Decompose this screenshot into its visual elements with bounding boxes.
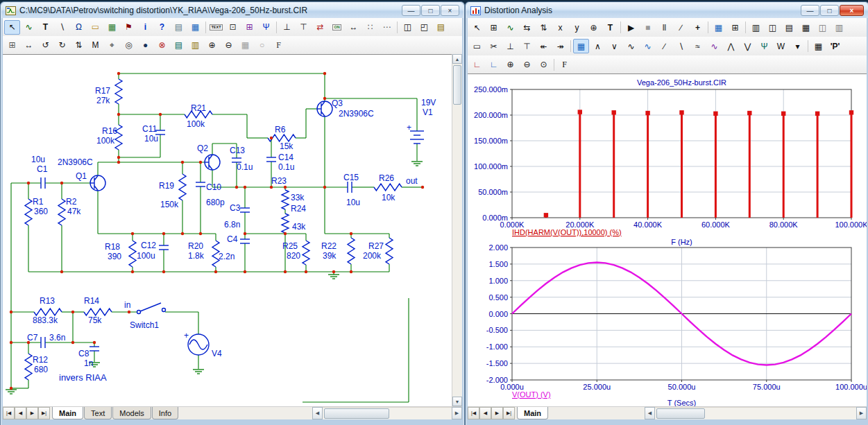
close-button[interactable]: × <box>441 5 459 16</box>
select-band-button[interactable]: ▦ <box>573 39 589 53</box>
tag-x-value-button[interactable]: x <box>552 20 568 35</box>
error-marker-button[interactable]: ⊗ <box>154 38 170 53</box>
resistor-symbol[interactable] <box>303 241 309 265</box>
schematic-canvas[interactable]: R1727kR16100kC1110uR21100kQ32N3906C19VV1… <box>3 54 453 407</box>
select-mode-button[interactable]: ↖ <box>4 20 20 35</box>
info-mode-button[interactable]: i <box>137 20 153 35</box>
scroll-right-button[interactable]: ▶ <box>856 407 867 419</box>
capacitor-symbol[interactable] <box>159 245 169 250</box>
battery-symbol[interactable] <box>410 131 424 144</box>
prev-page-button[interactable]: ◀ <box>15 407 26 419</box>
hscroll-track[interactable] <box>655 407 856 419</box>
scroll-right-button[interactable]: ▶ <box>452 407 462 419</box>
go-last-point-button[interactable]: ↠ <box>552 39 568 53</box>
swap-view-button[interactable]: ⇄ <box>312 20 328 35</box>
rotate-cw-button[interactable]: ↻ <box>54 38 70 53</box>
schematic-titlebar[interactable]: C:\MC9\DATA\Petrov\switching distortion\… <box>1 3 463 18</box>
resistor-symbol[interactable] <box>348 238 355 264</box>
tab-info[interactable]: Info <box>152 407 178 419</box>
slope-up-button[interactable]: ∕ <box>656 39 672 53</box>
data-points-toggle-button[interactable]: ▦ <box>710 20 726 35</box>
mirror-horizontal-button[interactable]: M <box>87 38 103 53</box>
vscroll-track[interactable] <box>452 64 462 397</box>
close-button[interactable]: × <box>840 5 864 16</box>
analysis-chart-panel[interactable]: 0.000K20.000K40.000K60.000K80.000K100.00… <box>468 73 867 407</box>
tab-main[interactable]: Main <box>52 407 83 419</box>
slope-tool-button[interactable]: ∕ <box>673 20 689 35</box>
minimize-button[interactable]: — <box>801 5 819 16</box>
scroll-left-button[interactable]: ◀ <box>645 407 655 419</box>
bring-front-button[interactable]: ⊤ <box>296 20 312 35</box>
last-page-button[interactable]: ▶| <box>503 407 515 419</box>
film-viewer-button[interactable]: ▦ <box>237 38 253 53</box>
text-mode-button[interactable]: T <box>37 20 53 35</box>
text-mode-button[interactable]: T <box>602 20 618 35</box>
copy-clipboard-button[interactable]: ▤ <box>171 38 187 53</box>
zoom-out-button[interactable]: ⊖ <box>519 58 535 72</box>
select-mode-button[interactable]: ↖ <box>469 20 485 35</box>
psi-probe-button[interactable]: Ψ <box>258 20 274 35</box>
line-mode-button[interactable]: ∖ <box>54 20 70 35</box>
p-key-marker-button[interactable]: 'P' <box>827 39 843 53</box>
resistor-symbol[interactable] <box>282 190 289 209</box>
wave-high-button[interactable]: ∿ <box>640 39 656 53</box>
transistor-symbol[interactable] <box>205 155 220 170</box>
zoom-window-button[interactable]: ⊙ <box>536 58 552 72</box>
rectangle-mode-button[interactable]: ▭ <box>87 20 103 35</box>
minimize-button[interactable]: — <box>402 5 420 16</box>
component-picker-button[interactable]: ⊞ <box>486 20 502 35</box>
switch-symbol[interactable] <box>137 303 166 314</box>
capacitor-symbol[interactable] <box>348 182 352 193</box>
numeric-output-button[interactable]: ▦ <box>810 39 826 53</box>
font-select-button[interactable]: F <box>556 58 572 72</box>
clip-wave-button[interactable]: ✂ <box>486 39 502 53</box>
maximize-button[interactable]: □ <box>820 5 839 16</box>
text-stamp-button[interactable]: TEXT <box>208 20 224 35</box>
region-box-button[interactable]: ⊡ <box>225 20 241 35</box>
hscroll-track[interactable] <box>323 407 452 419</box>
send-back-button[interactable]: ⊥ <box>279 20 295 35</box>
flag-mode-button[interactable]: ⚑ <box>121 20 137 35</box>
layout-left-button[interactable]: ◫ <box>815 20 831 35</box>
wire-mode-button[interactable]: ∿ <box>21 20 37 35</box>
tag-y-value-button[interactable]: y <box>569 20 585 35</box>
find-parts-button[interactable]: ⌖ <box>104 38 120 53</box>
tab-models[interactable]: Models <box>112 407 151 419</box>
rotate-ccw-button[interactable]: ↺ <box>37 38 53 53</box>
paste-clipboard-button[interactable]: ▥ <box>187 38 203 53</box>
layout-right-button[interactable]: ▥ <box>831 20 847 35</box>
scale-x-axis-button[interactable]: ∟ <box>469 58 485 72</box>
scroll-up-button[interactable]: ▲ <box>452 54 462 64</box>
go-first-point-button[interactable]: ↞ <box>536 39 552 53</box>
wave-approx-button[interactable]: ≈ <box>690 39 706 53</box>
next-page-button[interactable]: ▶ <box>26 407 38 419</box>
measure-vertical-button[interactable]: ⇅ <box>536 20 552 35</box>
flip-vertical-button[interactable]: ⇅ <box>71 38 87 53</box>
slope-down-button[interactable]: ∖ <box>673 39 689 53</box>
capacitor-symbol[interactable] <box>90 347 99 351</box>
layout-horizontal-button[interactable]: ▥ <box>748 20 764 35</box>
capacitor-symbol[interactable] <box>266 157 276 162</box>
global-min-button[interactable]: ⋁ <box>740 39 756 53</box>
last-page-button[interactable]: ▶| <box>38 407 50 419</box>
capacitor-symbol[interactable] <box>196 182 205 187</box>
prev-page-button[interactable]: ◀ <box>479 407 491 419</box>
tab-main[interactable]: Main <box>517 407 548 419</box>
zoom-region-button[interactable]: ◰ <box>416 20 432 35</box>
color-dropdown-button[interactable]: ▾ <box>790 39 806 53</box>
component-browser-button[interactable]: ▦ <box>104 20 120 35</box>
grid-dots-button[interactable]: ∷ <box>362 20 378 35</box>
cursor-tool-button[interactable]: + <box>690 20 706 35</box>
resistor-symbol[interactable] <box>282 214 289 233</box>
info-bubble-button[interactable]: ● <box>137 38 153 53</box>
schematic-vscrollbar[interactable]: ▲ ▼ <box>452 54 462 406</box>
transistor-symbol[interactable] <box>90 175 105 191</box>
snap-bottom-button[interactable]: ⊥ <box>502 39 518 53</box>
zoom-in-button[interactable]: ⊕ <box>502 58 518 72</box>
next-page-button[interactable]: ▶ <box>491 407 503 419</box>
border-box-button[interactable]: ⊞ <box>241 20 257 35</box>
font-select-button[interactable]: F <box>271 38 287 53</box>
capacitor-symbol[interactable] <box>240 208 250 212</box>
sine-source-symbol[interactable] <box>188 334 209 355</box>
zoom-probe-button[interactable]: ⊕ <box>586 20 602 35</box>
